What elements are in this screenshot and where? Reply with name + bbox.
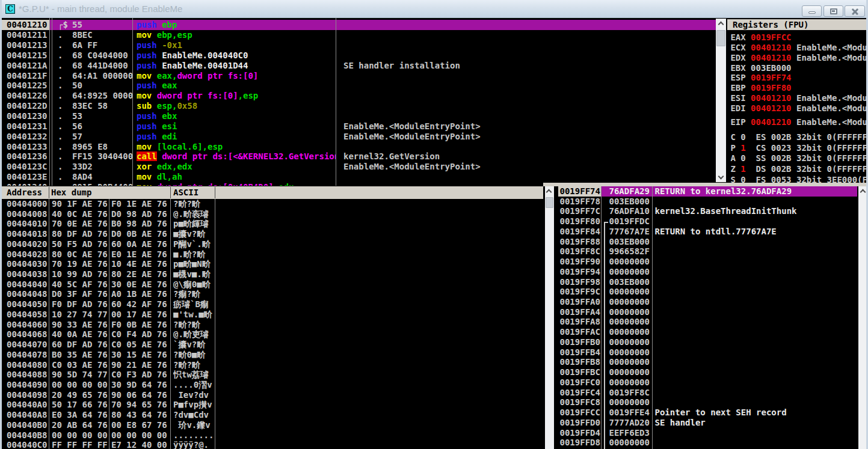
dump-row[interactable]: 0040405810 27 74 7700 17 AE 76■'tw.■畍 bbox=[2, 310, 543, 320]
dump-row[interactable]: 0040407060 DF AD 76C0 05 AE 76`攮v?畍 bbox=[2, 340, 543, 350]
disasm-row[interactable]: 0040121F.64:A1 00000000mov eax,dword ptr… bbox=[2, 71, 716, 81]
flag-row[interactable]: A 0 SS 002B 32bit 0(FFFFFFFF) bbox=[729, 153, 866, 163]
dump-row[interactable]: 0040406840 0A AE 76C0 F4 AD 76@.畍吏璿 bbox=[2, 329, 543, 340]
dump-row[interactable]: 00404080C0 03 AE 7690 21 AE 76?畍?畍 bbox=[2, 360, 543, 370]
dump-row[interactable]: 0040402050 F5 AD 7660 0A AE 76P醐v`.畍 bbox=[2, 239, 543, 249]
disasm-row[interactable]: 0040122D.83EC 58sub esp,0x58 bbox=[2, 101, 716, 111]
disassembly-pane[interactable]: 00401210┌$55push ebp00401211.8BECmov ebp… bbox=[2, 18, 716, 186]
stack-row[interactable]: 0019FFB800000000 bbox=[558, 357, 857, 367]
dump-row[interactable]: 0040404040 5C AF 7630 0E AE 76@\痸0■畍 bbox=[2, 279, 543, 290]
disasm-row[interactable]: 00401211.8BECmov ebp,esp bbox=[2, 30, 716, 40]
dump-row[interactable]: 0040406090 33 AE 76F0 0B AE 76?畍?畍 bbox=[2, 320, 543, 330]
close-button[interactable] bbox=[845, 5, 865, 17]
dump-scrollbar[interactable] bbox=[545, 186, 555, 449]
stack-row[interactable]: 0019FF78003EB000 bbox=[558, 197, 857, 207]
disasm-row[interactable]: 00401230.53push ebx bbox=[2, 111, 716, 121]
dump-row[interactable]: 00404050F0 DF AD 7660 42 AF 76疬璿`B痸 bbox=[2, 299, 543, 310]
disasm-row[interactable]: 00401233.8965 E8mov [local.6],esp bbox=[2, 142, 716, 152]
scroll-down-button[interactable] bbox=[716, 173, 726, 182]
minimize-button[interactable] bbox=[802, 5, 822, 17]
stack-row[interactable]: 0019FFBC00000000 bbox=[558, 367, 857, 377]
disasm-row[interactable]: 00401213.6A FFpush -0x1 bbox=[2, 40, 716, 50]
dump-row[interactable]: 004040C0FF FF FF FFE7 12 40 00ÿÿÿÿ?@. bbox=[2, 440, 543, 449]
stack-row[interactable]: 0019FF7476ADFA29RETURN to kernel32.76ADF… bbox=[558, 186, 857, 197]
dump-row[interactable]: 004040A8E0 3A 64 7680 43 64 76?dv■Cdv bbox=[2, 410, 543, 420]
stack-row[interactable]: 0019FFB000000000 bbox=[558, 337, 857, 347]
disasm-row[interactable]: 0040123E.8AD4mov dl,ah bbox=[2, 172, 716, 182]
register-row[interactable]: EBP 0019FF80 bbox=[729, 83, 866, 93]
register-row[interactable]: EIP 00401210 EnableMe.<ModuleEntryPoint> bbox=[729, 117, 866, 127]
stack-row[interactable]: 0019FFD07777AD20SE handler bbox=[558, 418, 857, 428]
registers-pane[interactable]: Registers (FPU) EAX 0019FFCCECX 00401210… bbox=[727, 18, 866, 183]
stack-pane[interactable]: 0019FF7476ADFA29RETURN to kernel32.76ADF… bbox=[558, 186, 857, 449]
stack-row[interactable]: 0019FFA800000000 bbox=[558, 317, 857, 327]
dump-row[interactable]: 0040401070 0E AE 76B0 98 AD 76p■畍皹璿 bbox=[2, 219, 543, 229]
stack-row[interactable]: 0019FF7C76ADFA10kernel32.BaseThreadInitT… bbox=[558, 206, 857, 216]
dump-row[interactable]: 004040B020 AB 64 7600 E8 67 76 玠v.鑗v bbox=[2, 420, 543, 430]
stack-row[interactable]: 0019FFC40019FF8C bbox=[558, 388, 857, 398]
ascii-text: p■畍■N畍 bbox=[173, 259, 215, 269]
stack-row[interactable]: 0019FF8C9966582F bbox=[558, 246, 857, 257]
disasm-row[interactable]: 0040121A.68 441D4000push EnableMe.00401D… bbox=[2, 61, 716, 71]
stack-row[interactable]: 0019FFA000000000 bbox=[558, 297, 857, 307]
dump-address: 00404008 bbox=[7, 209, 47, 219]
dump-row[interactable]: 0040400840 0C AE 76D0 98 AD 76@.畍袠璿 bbox=[2, 209, 543, 219]
flag-row[interactable]: C 0 ES 002B 32bit 0(FFFFFFFF) bbox=[729, 132, 866, 142]
flag-row[interactable]: Z 1 DS 002B 32bit 0(FFFFFFFF) bbox=[729, 164, 866, 174]
disasm-row[interactable]: 00401210┌$55push ebp bbox=[2, 20, 716, 30]
stack-row[interactable]: 0019FFB400000000 bbox=[558, 347, 857, 358]
stack-row[interactable]: 0019FF9C00000000 bbox=[558, 287, 857, 297]
stack-row[interactable]: 0019FF98003EB000 bbox=[558, 277, 857, 287]
stack-row[interactable]: 0019FF88003EB000 bbox=[558, 237, 857, 247]
dump-row[interactable]: 0040409820 49 65 7690 06 64 76 Iev?dv bbox=[2, 390, 543, 400]
disasm-row[interactable]: 0040123C.33D2xor edx,edxEnableMe.<Module… bbox=[2, 162, 716, 172]
disasm-row[interactable]: 00401225.50push eax bbox=[2, 81, 716, 91]
hex-dump-pane[interactable]: Address Hex dump ASCII 0040400090 1F AE … bbox=[2, 186, 543, 449]
dump-row[interactable]: 0040409000 00 00 0030 9D 64 76....0漝v bbox=[2, 380, 543, 390]
stack-row[interactable]: 0019FF800019FFDC bbox=[558, 216, 857, 227]
dump-row[interactable]: 004040A050 17 66 7670 94 65 76P■fvp攅v bbox=[2, 400, 543, 410]
stack-row[interactable]: 0019FF9000000000 bbox=[558, 257, 857, 267]
flag-row[interactable]: P 1 CS 0023 32bit 0(FFFFFFFF) bbox=[729, 143, 866, 153]
dump-row[interactable]: 00404048D0 3F AF 76A0 1B AE 76?痸?畍 bbox=[2, 289, 543, 299]
register-row[interactable]: EDI 00401210 EnableMe.<ModuleEntryPoint> bbox=[729, 103, 866, 114]
dump-row[interactable]: 0040402880 0C AE 76E0 1E AE 76■.畍?畍 bbox=[2, 249, 543, 260]
scroll-up-button[interactable] bbox=[716, 19, 726, 28]
disasm-scrollbar[interactable] bbox=[716, 19, 726, 182]
stack-row[interactable]: 0019FFD4EEFF6ED3 bbox=[558, 428, 857, 438]
register-row[interactable]: ESI 00401210 EnableMe.<ModuleEntryPoint> bbox=[729, 93, 866, 103]
stack-row[interactable]: 0019FF9400000000 bbox=[558, 267, 857, 277]
register-row[interactable]: EBX 003EB000 bbox=[729, 63, 866, 73]
stack-row[interactable]: 0019FFAC00000000 bbox=[558, 327, 857, 337]
scrollbar-thumb[interactable] bbox=[546, 197, 554, 209]
scrollbar-thumb[interactable] bbox=[716, 30, 725, 46]
dump-row[interactable]: 0040401880 DF AD 76D0 0B AE 76■攮v?畍 bbox=[2, 229, 543, 239]
disasm-row[interactable]: 00401215.68 C0404000push EnableMe.004040… bbox=[2, 50, 716, 61]
stack-row[interactable]: 0019FFC000000000 bbox=[558, 377, 857, 388]
scroll-up-button[interactable] bbox=[545, 186, 555, 196]
dump-row[interactable]: 0040408890 5D 74 77C0 F3 AD 76怾tw荔璿 bbox=[2, 370, 543, 380]
dump-row[interactable]: 00404078B0 35 AE 7630 15 AE 76?畍0■畍 bbox=[2, 350, 543, 360]
pane-splitter[interactable] bbox=[543, 183, 868, 187]
disasm-row[interactable]: 00401226.64:8925 00000000mov dword ptr f… bbox=[2, 91, 716, 101]
flag-row[interactable]: S 0 FS 0053 32bit 3EE000(FFFFFFFF) bbox=[729, 175, 866, 183]
register-row[interactable]: ESP 0019FF74 bbox=[729, 73, 866, 83]
dump-row[interactable]: 0040403810 99 AD 7680 2E AE 76■櫗v■.畍 bbox=[2, 269, 543, 279]
stack-row[interactable]: 0019FF8477767A7ERETURN to ntdll.77767A7E bbox=[558, 227, 857, 237]
register-row[interactable]: ECX 00401210 EnableMe.<ModuleEntryPoint> bbox=[729, 43, 866, 53]
disasm-row[interactable]: 00401236.FF15 30404000call dword ptr ds:… bbox=[2, 151, 716, 162]
dump-row[interactable]: 004040B800 00 00 0000 00 00 00........ bbox=[2, 430, 543, 441]
disasm-row[interactable]: 00401232.57push ediEnableMe.<ModuleEntry… bbox=[2, 132, 716, 142]
register-row[interactable]: EDX 00401210 EnableMe.<ModuleEntryPoint> bbox=[729, 53, 866, 63]
disasm-row[interactable]: 00401231.56push esiEnableMe.<ModuleEntry… bbox=[2, 121, 716, 132]
stack-row[interactable]: 0019FFD800000000 bbox=[558, 438, 857, 448]
restore-button[interactable] bbox=[823, 5, 843, 17]
dump-row[interactable]: 0040400090 1F AE 76F0 1E AE 76?畍?畍 bbox=[2, 199, 543, 209]
analysis-mark: ┌$ bbox=[58, 20, 68, 30]
dump-row[interactable]: 0040403070 19 AE 7610 4E AE 76p■畍■N畍 bbox=[2, 259, 543, 269]
register-row[interactable]: EAX 0019FFCC bbox=[729, 32, 866, 43]
stack-row[interactable]: 0019FFCC0019FFE4Pointer to next SEH reco… bbox=[558, 408, 857, 418]
dump-header-address: Address bbox=[7, 186, 42, 199]
stack-row[interactable]: 0019FFC800000000 bbox=[558, 397, 857, 408]
stack-row[interactable]: 0019FFA400000000 bbox=[558, 307, 857, 317]
